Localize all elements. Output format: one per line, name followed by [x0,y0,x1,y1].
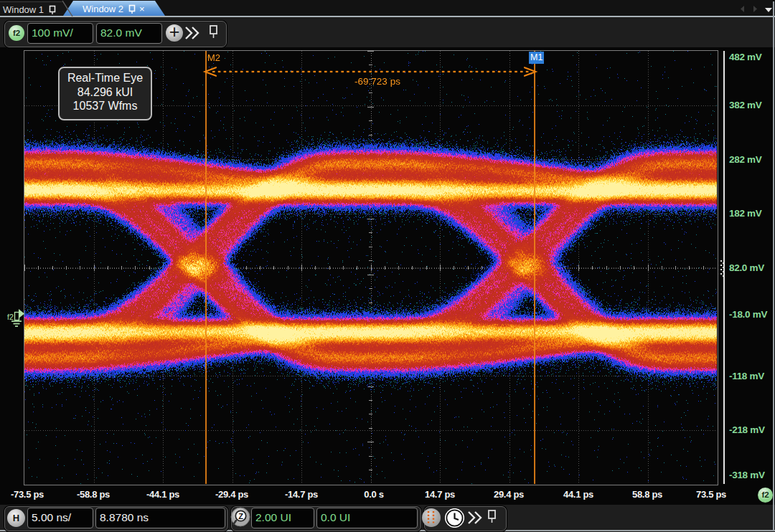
svg-text:f2: f2 [7,313,14,321]
svg-text:Z: Z [238,512,243,521]
